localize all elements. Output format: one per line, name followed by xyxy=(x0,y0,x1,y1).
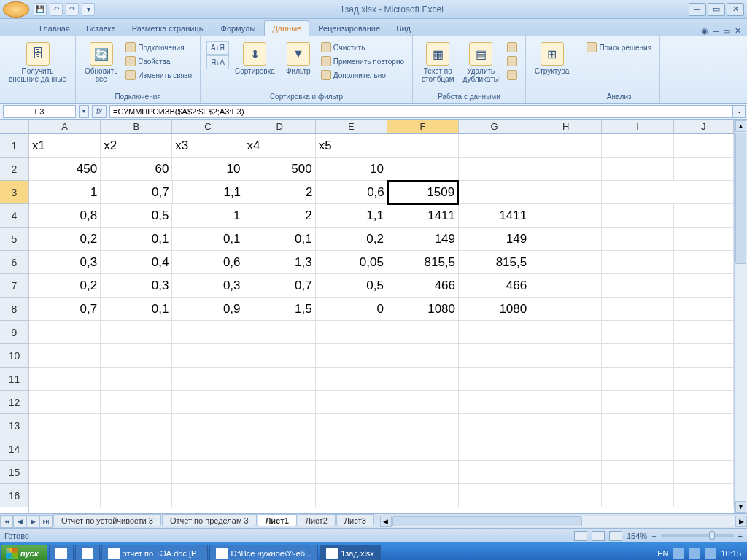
cell[interactable]: 1 xyxy=(172,204,244,228)
cell[interactable] xyxy=(674,321,734,344)
filter-button[interactable]: ▼ Фильтр xyxy=(281,41,316,77)
cell[interactable] xyxy=(530,181,602,204)
cell[interactable] xyxy=(602,484,673,508)
row-header[interactable]: 3 xyxy=(0,181,28,204)
cell[interactable] xyxy=(530,134,602,158)
cell[interactable]: 1,1 xyxy=(173,181,244,204)
column-header[interactable]: I xyxy=(602,120,673,134)
cell[interactable] xyxy=(387,344,459,368)
cell[interactable] xyxy=(674,461,734,484)
cell[interactable] xyxy=(530,158,602,181)
cell[interactable]: 0,1 xyxy=(101,228,172,251)
cell[interactable] xyxy=(244,484,316,508)
edit-links-button[interactable]: Изменить связи xyxy=(123,69,194,82)
cell[interactable] xyxy=(29,414,101,438)
formula-input[interactable]: =СУММПРОИЗВ($A$2:$E$2;A3:E3) xyxy=(109,105,732,118)
tab-review[interactable]: Рецензирование xyxy=(311,21,387,36)
cell[interactable]: 0,6 xyxy=(172,251,244,274)
close-button[interactable]: ✕ xyxy=(727,3,744,16)
cell[interactable] xyxy=(101,438,172,461)
scroll-down-icon[interactable]: ▼ xyxy=(735,501,746,513)
cell[interactable]: 0,3 xyxy=(29,251,101,274)
row-header[interactable]: 1 xyxy=(0,134,28,158)
cell[interactable] xyxy=(101,461,172,484)
cell[interactable] xyxy=(316,344,387,368)
cell[interactable] xyxy=(459,484,530,508)
clear-button[interactable]: Очистить xyxy=(319,41,406,54)
cell[interactable] xyxy=(459,438,530,461)
cell[interactable] xyxy=(459,391,530,414)
cell[interactable] xyxy=(602,134,673,158)
cell[interactable]: 0,2 xyxy=(316,228,387,251)
cell[interactable] xyxy=(530,321,602,344)
cell[interactable] xyxy=(602,228,673,251)
cell[interactable] xyxy=(674,484,734,508)
office-button[interactable] xyxy=(3,1,29,18)
cell[interactable] xyxy=(29,368,101,391)
cell[interactable] xyxy=(101,391,172,414)
cell[interactable]: 0,4 xyxy=(101,251,172,274)
cell[interactable] xyxy=(530,274,602,298)
start-button[interactable]: пуск xyxy=(1,545,47,560)
cell[interactable] xyxy=(674,228,734,251)
mdi-close-icon[interactable]: ✕ xyxy=(735,26,741,36)
view-pagebreak-icon[interactable] xyxy=(609,531,622,541)
scroll-up-icon[interactable]: ▲ xyxy=(735,120,746,132)
cell[interactable] xyxy=(530,344,602,368)
cell[interactable]: 0,9 xyxy=(172,298,244,321)
cell[interactable] xyxy=(101,344,172,368)
cell[interactable] xyxy=(29,391,101,414)
column-header[interactable]: E xyxy=(316,120,387,134)
cell[interactable]: x1 xyxy=(29,134,101,158)
cell[interactable] xyxy=(316,484,387,508)
consolidate-button[interactable] xyxy=(505,55,519,68)
fx-button[interactable]: fx xyxy=(92,105,107,118)
cell[interactable] xyxy=(29,344,101,368)
advanced-button[interactable]: Дополнительно xyxy=(319,69,406,82)
cell[interactable] xyxy=(316,414,387,438)
cell[interactable]: 149 xyxy=(387,228,459,251)
cell[interactable]: 1080 xyxy=(387,298,459,321)
row-header[interactable]: 10 xyxy=(0,344,28,368)
cell[interactable] xyxy=(387,484,459,508)
cell[interactable] xyxy=(530,414,602,438)
cell[interactable]: x3 xyxy=(172,134,244,158)
scroll-thumb[interactable] xyxy=(735,133,746,264)
cell[interactable] xyxy=(316,461,387,484)
cell[interactable] xyxy=(459,134,530,158)
mdi-restore-icon[interactable]: ▭ xyxy=(723,26,730,36)
cell[interactable] xyxy=(244,344,316,368)
cell[interactable] xyxy=(602,181,673,204)
next-sheet-icon[interactable]: ▶ xyxy=(26,515,39,528)
view-pagelayout-icon[interactable] xyxy=(592,531,605,541)
cell[interactable]: 466 xyxy=(459,274,530,298)
cell[interactable]: 0,1 xyxy=(101,298,172,321)
cell[interactable]: 0,7 xyxy=(244,274,316,298)
cell[interactable]: x5 xyxy=(316,134,387,158)
whatif-button[interactable] xyxy=(505,69,519,82)
row-header[interactable]: 7 xyxy=(0,274,28,298)
cell[interactable] xyxy=(172,321,244,344)
cell[interactable]: 0,7 xyxy=(29,298,101,321)
sheet-tab[interactable]: Лист2 xyxy=(298,514,336,526)
cell[interactable] xyxy=(101,321,172,344)
column-header[interactable]: C xyxy=(172,120,244,134)
cell[interactable]: 0,1 xyxy=(244,228,316,251)
cell[interactable]: 0,1 xyxy=(172,228,244,251)
cell[interactable] xyxy=(316,321,387,344)
cell[interactable]: 0,3 xyxy=(172,274,244,298)
cell[interactable] xyxy=(530,228,602,251)
cell[interactable]: 1,5 xyxy=(244,298,316,321)
cell[interactable]: 815,5 xyxy=(459,251,530,274)
cell[interactable]: 1080 xyxy=(459,298,530,321)
cell[interactable] xyxy=(673,181,734,204)
cell[interactable]: 0,6 xyxy=(316,181,387,204)
cell[interactable] xyxy=(101,414,172,438)
column-header[interactable]: G xyxy=(459,120,530,134)
select-all-corner[interactable] xyxy=(0,120,28,134)
cell[interactable] xyxy=(29,484,101,508)
cell[interactable] xyxy=(172,414,244,438)
cell[interactable] xyxy=(172,484,244,508)
redo-icon[interactable]: ↷ xyxy=(66,3,79,16)
cell[interactable] xyxy=(316,391,387,414)
